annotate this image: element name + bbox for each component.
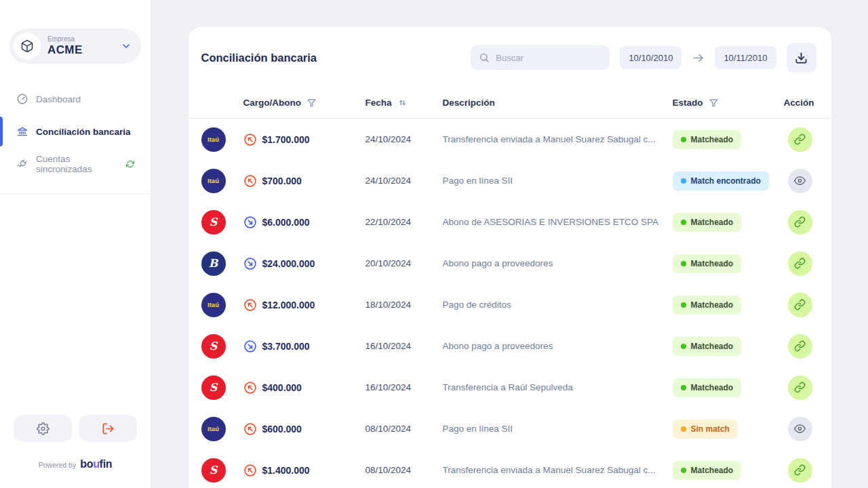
status-label: Matcheado	[691, 218, 734, 227]
sidebar-item-label: Conciliación bancaria	[36, 127, 131, 137]
column-fecha: Fecha	[366, 98, 443, 108]
status-badge: Match encontrado	[673, 171, 769, 190]
column-estado: Estado	[673, 98, 784, 108]
search-input[interactable]	[496, 53, 601, 63]
bank-logo: B	[201, 251, 226, 276]
download-button[interactable]	[787, 43, 816, 73]
company-selector[interactable]: Empresa ACME	[9, 28, 141, 64]
link-action-button[interactable]	[788, 334, 812, 359]
status-label: Matcheado	[691, 259, 734, 268]
status-label: Matcheado	[691, 342, 734, 351]
company-avatar	[14, 33, 41, 60]
status-dot	[681, 178, 686, 184]
description: Abono de ASESORIAS E INVERSIONES ETCO SP…	[443, 217, 673, 227]
table-row: Itaú $12.000.000 18/10/2024 Pago de créd…	[189, 284, 831, 325]
company-name: ACME	[47, 43, 83, 57]
view-action-button[interactable]	[788, 169, 812, 193]
status-dot	[681, 468, 686, 473]
amount: $400.000	[262, 382, 302, 393]
bank-logo: Itaú	[201, 417, 226, 441]
amount: $700.000	[262, 176, 302, 186]
amount: $24.000.000	[262, 258, 315, 269]
cargo-arrow-icon	[243, 381, 257, 394]
cargo-arrow-icon	[243, 298, 257, 312]
table-row: S $1.400.000 08/10/2024 Transferencia en…	[189, 449, 831, 488]
status-label: Match encontrado	[691, 176, 761, 186]
sidebar-menu: Dashboard Conciliación bancaria Cuentas …	[0, 85, 151, 178]
table-row: Itaú $1.700.000 24/10/2024 Transferencia…	[189, 119, 831, 160]
sidebar-item-cuentas-sincronizadas[interactable]: Cuentas sincronizadas	[16, 150, 134, 178]
status-badge: Matcheado	[673, 461, 742, 480]
cube-icon	[20, 39, 34, 53]
dashboard-gauge-icon	[16, 93, 28, 105]
reconciliation-card: Conciliación bancaria 10/10/2010 10/11/2…	[189, 27, 831, 488]
amount: $600.000	[262, 424, 302, 434]
date: 24/10/2024	[366, 134, 443, 144]
sidebar-footer: Powered by boufin	[0, 415, 151, 488]
sidebar-item-label: Cuentas sincronizadas	[36, 154, 116, 174]
settings-button[interactable]	[14, 415, 72, 442]
bank-logo: Itaú	[201, 169, 226, 193]
description: Pago de créditos	[443, 300, 673, 310]
sort-icon[interactable]	[397, 98, 408, 108]
bank-label: S	[210, 216, 218, 228]
gear-icon	[37, 422, 50, 435]
link-action-button[interactable]	[788, 210, 812, 235]
abono-arrow-icon	[243, 340, 257, 353]
status-badge: Matcheado	[673, 378, 742, 397]
column-cargo-abono: Cargo/Abono	[243, 98, 366, 108]
table-row: Itaú $600.000 08/10/2024 Pago en línea S…	[189, 408, 831, 449]
status-dot	[681, 137, 686, 142]
filter-icon[interactable]	[709, 98, 719, 108]
company-type-label: Empresa	[47, 35, 83, 43]
logout-icon	[102, 422, 115, 435]
link-action-button[interactable]	[788, 458, 812, 483]
link-action-button[interactable]	[788, 127, 812, 152]
amount: $1.400.000	[262, 465, 310, 476]
table-row: S $400.000 16/10/2024 Transferencia a Ra…	[189, 367, 831, 408]
date: 08/10/2024	[366, 424, 443, 434]
date: 16/10/2024	[366, 382, 443, 392]
bank-logo: Itaú	[201, 293, 226, 317]
logout-button[interactable]	[79, 415, 137, 442]
status-label: Sin match	[691, 424, 730, 434]
bank-label: Itaú	[208, 177, 219, 184]
status-label: Matcheado	[691, 135, 734, 144]
page-title: Conciliación bancaria	[201, 52, 317, 64]
bank-logo: S	[201, 458, 226, 483]
bank-label: S	[210, 381, 218, 394]
date: 08/10/2024	[366, 465, 443, 475]
chevron-down-icon	[121, 41, 132, 52]
status-label: Matcheado	[691, 466, 734, 475]
main-content: Conciliación bancaria 10/10/2010 10/11/2…	[151, 0, 868, 488]
date: 18/10/2024	[366, 300, 443, 310]
description: Transferencia a Raúl Sepulveda	[443, 382, 673, 392]
bank-label: B	[209, 257, 218, 270]
sidebar-item-conciliacion-bancaria[interactable]: Conciliación bancaria	[16, 118, 134, 145]
link-action-button[interactable]	[788, 293, 812, 317]
link-action-button[interactable]	[788, 251, 812, 276]
status-dot	[681, 220, 686, 225]
bank-logo: S	[201, 334, 226, 359]
status-dot	[681, 344, 686, 349]
arrow-right-icon	[692, 52, 705, 64]
plug-icon	[16, 158, 28, 170]
boufin-logo: boufin	[80, 458, 112, 470]
view-action-button[interactable]	[788, 417, 812, 441]
sidebar-item-label: Dashboard	[36, 94, 81, 104]
status-badge: Matcheado	[673, 130, 742, 149]
bank-logo: Itaú	[201, 127, 226, 152]
bank-label: Itaú	[208, 425, 219, 432]
sidebar-item-dashboard[interactable]: Dashboard	[16, 85, 134, 113]
date-to-picker[interactable]: 10/11/2010	[715, 46, 776, 69]
table-row: S $6.000.000 22/10/2024 Abono de ASESORI…	[189, 201, 831, 243]
amount: $6.000.000	[262, 217, 310, 228]
column-descripcion: Descripción	[443, 98, 673, 108]
filter-icon[interactable]	[307, 98, 317, 108]
description: Abono pago a proveedores	[443, 341, 673, 351]
link-action-button[interactable]	[788, 375, 812, 400]
status-dot	[681, 302, 686, 308]
status-label: Matcheado	[691, 383, 734, 392]
date-from-picker[interactable]: 10/10/2010	[620, 46, 682, 69]
bank-logo: S	[201, 375, 226, 400]
